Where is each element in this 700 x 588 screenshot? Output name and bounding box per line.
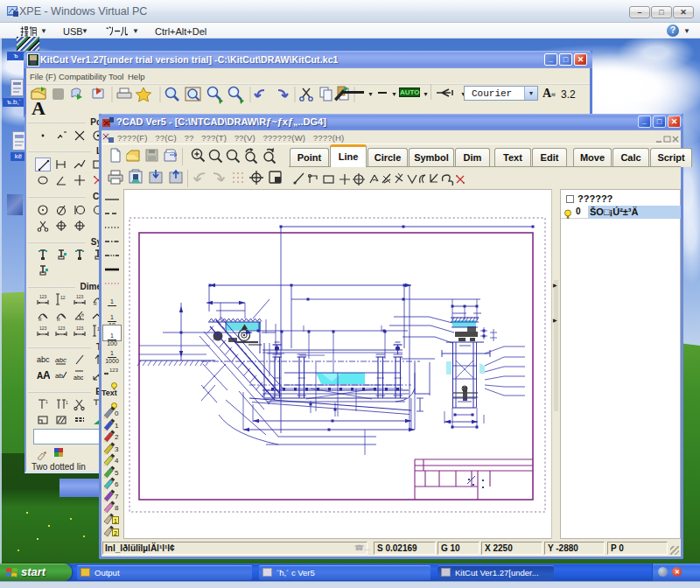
svg-text:R: R: [38, 317, 42, 322]
svg-text:abc: abc: [55, 356, 66, 364]
svg-text:123: 123: [109, 368, 119, 373]
svg-text:ab: ab: [55, 372, 63, 380]
svg-text:123: 123: [39, 294, 47, 299]
svg-text:R: R: [57, 317, 60, 322]
svg-text:abc: abc: [74, 374, 84, 381]
svg-text:123: 123: [58, 326, 66, 331]
svg-text:123: 123: [39, 326, 47, 331]
svg-text:θ: θ: [81, 312, 84, 318]
svg-text:abc: abc: [37, 355, 50, 364]
svg-text:A: A: [43, 369, 50, 382]
svg-text:12: 12: [60, 295, 66, 300]
svg-text:123: 123: [76, 326, 84, 331]
svg-text:1: 1: [66, 400, 68, 405]
svg-text:1: 1: [46, 399, 48, 404]
svg-text:R: R: [94, 301, 97, 306]
svg-text:123: 123: [76, 294, 84, 299]
